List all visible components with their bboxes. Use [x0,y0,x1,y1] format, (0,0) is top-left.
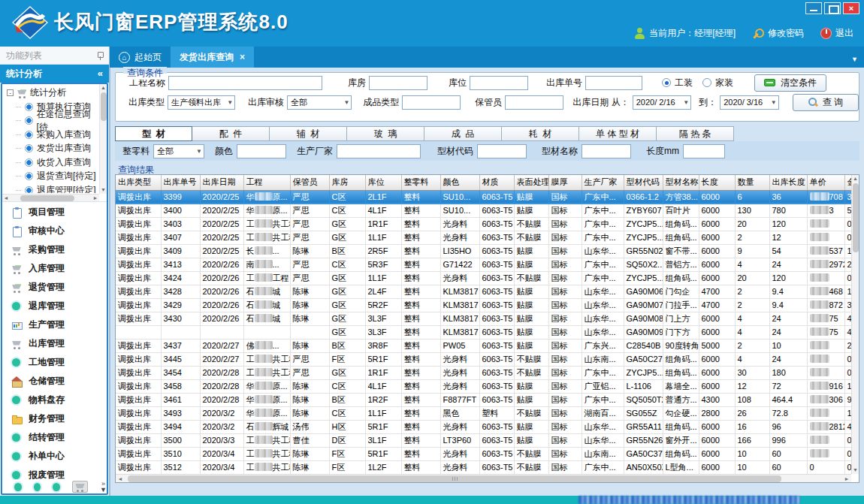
table-row[interactable]: 调拨出库35002020/3/3工共工程曹佳D区3L1F整料LT3P606063… [116,433,851,447]
module-cart-button[interactable] [72,481,88,493]
material-subtab[interactable]: 玻 璃 [347,126,424,141]
tree-item[interactable]: 采购入库查询 [4,128,98,142]
table-row[interactable]: 调拨出库34942020/3/2石辉城汤伟H区5R1F整料光身料6063-T5贴… [116,420,851,433]
table-row[interactable]: G区3L3F整料KLM38176063-T5贴膜国标山东华...GA90M09.… [116,325,851,339]
table-row[interactable]: 调拨出库34002020/2/25华原...严思C区4L1F整料SU10...6… [116,204,851,217]
table-row[interactable]: 调拨出库35122020/3/4工共工程陈琳F区1L2F整料光身料6063-T5… [116,460,851,474]
logout-button[interactable]: 退出 [820,27,853,40]
table-row[interactable]: 调拨出库34372020/2/27佛...陈琳B区3R8F整料PW056063-… [116,339,851,352]
column-header[interactable]: 型材代码 [624,175,663,190]
minimize-button[interactable] [805,2,822,14]
tree-item[interactable]: 退库管理[待定] [4,183,98,193]
tree-item[interactable]: 发货出库查询 [4,142,98,156]
tree-item[interactable]: 在途信息查询[待 [4,114,98,128]
tree-vertical-scrollbar[interactable]: ▲ ▼ [99,84,107,194]
location-input[interactable] [470,76,528,90]
table-row[interactable]: 调拨出库34612020/2/28华原...陈琳B区1R2F整料F8877FT6… [116,393,851,406]
color-input[interactable] [237,144,286,158]
column-header[interactable]: 膜厚 [548,175,582,190]
tab-close-icon[interactable]: × [240,52,245,62]
out-type-select[interactable]: 生产领料出库▼ [168,95,235,110]
radio-jiazhuang[interactable] [702,78,711,87]
order-no-input[interactable] [585,76,642,90]
sidebar-item[interactable]: 结转管理 [2,428,107,447]
sidebar-item[interactable]: 补单中心 [2,447,107,466]
column-header[interactable]: 出库长度 [769,175,807,190]
scroll-up-icon[interactable]: ▲ [852,175,859,183]
date-from-select[interactable]: 2020/ 2/16▼ [633,95,692,110]
factory-input[interactable] [337,144,421,158]
tree-item[interactable]: 收货入库查询 [4,155,98,170]
table-row[interactable]: 调拨出库34032020/2/25工共工程严思G区1R1F整料光身料6063-T… [116,217,851,231]
sidebar-item[interactable]: 退库管理 [2,297,107,315]
tree-expander-icon[interactable]: - [7,89,14,96]
column-header[interactable]: 出库日期 [200,175,243,190]
close-button[interactable]: × [843,2,859,14]
material-subtab[interactable]: 耗 材 [502,126,579,141]
column-header[interactable]: 保管员 [290,175,329,190]
material-subtab[interactable]: 配 件 [192,126,270,141]
pin-icon[interactable] [97,52,103,60]
profile-code-input[interactable] [477,144,527,158]
column-header[interactable]: 出库单号 [161,175,200,190]
sidebar-item[interactable]: 财务管理 [2,409,107,428]
column-header[interactable]: 生产厂家 [582,175,624,190]
date-to-select[interactable]: 2020/ 3/16▼ [720,95,779,110]
warehouse-input[interactable] [369,76,427,90]
table-vertical-scrollbar[interactable]: ▲ ▼ [851,175,859,474]
sidebar-item[interactable]: 生产管理 [2,315,107,334]
maximize-button[interactable] [824,2,841,14]
scroll-down-icon[interactable]: ▼ [852,466,859,474]
project-name-input[interactable] [168,76,322,90]
table-row[interactable]: 调拨出库34302020/2/26石城陈琳G区3L3F整料KLM38176063… [116,312,851,325]
column-header[interactable]: 库位 [365,175,401,190]
table-row[interactable]: 调拨出库34072020/2/25工共工程严思G区1L1F整料光身料6063-T… [116,231,851,244]
column-header[interactable]: 型材名称 [663,175,699,190]
clear-conditions-button[interactable]: 清空条件 [754,74,826,92]
module-dot-icon[interactable] [53,483,60,491]
column-header[interactable]: 工程 [243,175,290,190]
scroll-right-icon[interactable]: ► [842,475,851,483]
column-header[interactable]: 表面处理 [514,175,548,190]
profile-name-input[interactable] [582,144,631,158]
sidebar-item[interactable]: 退货管理 [2,278,107,297]
table-row[interactable]: 调拨出库34932020/3/2华原...陈琳C区1L1F整料黑色塑料不贴膜国标… [116,406,851,420]
material-subtab[interactable]: 单 体 型 材 [579,126,657,141]
table-row[interactable]: 调拨出库33992020/2/25华原...严思C区2L1F整料SU10...6… [116,190,851,204]
column-header[interactable]: 出库类型 [116,175,161,190]
module-dot-icon[interactable] [34,483,41,491]
tab-outbound-query[interactable]: 发货出库查询 × [171,47,254,68]
radio-gongzhuang[interactable] [662,78,671,87]
scroll-right-icon[interactable]: ► [92,195,99,202]
change-password-button[interactable]: 修改密码 [752,27,804,40]
toolbar-overflow-button[interactable]: »▼ [100,481,107,493]
sidebar-item[interactable]: 仓储管理 [2,372,107,391]
table-row[interactable]: 调拨出库34092020/2/25长...陈琳B区2R5F整料LI35HO606… [116,244,851,258]
sidebar-item[interactable]: 物料盘存 [2,391,107,409]
scroll-up-icon[interactable]: ▲ [100,84,107,92]
column-header[interactable]: 金 [844,175,851,190]
tab-home[interactable]: ⌂ 起始页 [110,47,171,68]
whole-part-select[interactable]: 全部▼ [153,144,204,158]
scrollbar-thumb[interactable] [101,92,107,121]
keeper-input[interactable] [505,95,563,110]
audit-select[interactable]: 全部▼ [287,95,352,110]
product-type-input[interactable] [402,95,461,110]
table-row[interactable]: 调拨出库34132020/2/26南...严思C区5R3F整料G71422606… [116,258,851,271]
statistics-section-bar[interactable]: 统计分析 « [0,65,109,83]
table-row[interactable]: 调拨出库34242020/2/26工工程严思G区1L1F整料光身料6063-T5… [116,271,851,285]
material-subtab[interactable]: 辅 材 [270,126,347,141]
column-header[interactable]: 颜色 [440,175,479,190]
column-header[interactable]: 长度 [699,175,735,190]
tab-overflow-caret-icon[interactable]: ▼ [851,56,858,63]
table-row[interactable]: 调拨出库35102020/3/4工共工程陈琳F区5R1F整料光身料6063-T5… [116,447,851,460]
scrollbar-thumb[interactable] [20,195,74,201]
sidebar-item[interactable]: 项目管理 [2,203,107,222]
scroll-left-icon[interactable]: ◄ [2,195,10,202]
sidebar-item[interactable]: 审核中心 [2,222,107,240]
tree-item[interactable]: 退货查询[待定] [4,170,98,184]
table-row[interactable]: 调拨出库34582020/2/28华原...陈琳C区4L1F整料光身料6063-… [116,379,851,393]
sidebar-item[interactable]: 工地管理 [2,353,107,372]
table-row[interactable]: 调拨出库34542020/2/28工共工程严思G区1R1F整料光身料6063-T… [116,366,851,379]
column-header[interactable]: 单价 [807,175,844,190]
